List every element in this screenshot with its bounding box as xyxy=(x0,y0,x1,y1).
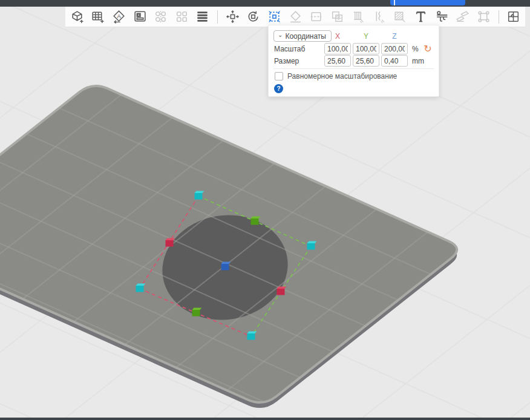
add-plate-icon xyxy=(90,9,105,24)
scale-x-input[interactable] xyxy=(324,43,351,54)
scale-button[interactable] xyxy=(266,8,283,25)
uniform-scaling-checkbox[interactable] xyxy=(275,72,283,80)
size-row: Размер mm xyxy=(269,55,439,67)
split-to-objects-icon xyxy=(153,9,168,24)
scale-row: Масштаб % ↺ xyxy=(269,43,439,54)
axis-header-x: X xyxy=(324,32,351,41)
variable-layer-height-icon xyxy=(195,9,210,24)
auto-orient-button[interactable]: A xyxy=(111,8,127,25)
mesh-boolean-icon xyxy=(330,9,345,24)
assembly-view-button xyxy=(454,8,471,25)
scale-unit-label: % xyxy=(412,45,419,53)
seam-painting-button xyxy=(371,8,387,25)
cut-button xyxy=(308,8,324,25)
help-icon[interactable]: ? xyxy=(274,84,283,93)
slice-button[interactable] xyxy=(390,0,465,5)
svg-text:A: A xyxy=(117,13,121,19)
color-painting-button xyxy=(392,8,408,25)
size-unit-label: mm xyxy=(412,57,424,65)
split-to-parts-icon xyxy=(174,9,189,24)
move-icon xyxy=(225,9,240,24)
split-to-objects-button xyxy=(152,8,169,25)
slice-button-divider xyxy=(394,0,395,5)
seam-painting-icon xyxy=(371,9,387,24)
top-titlebar xyxy=(0,0,530,7)
arrange-icon xyxy=(132,9,148,24)
reset-scale-button[interactable]: ↺ xyxy=(422,43,434,54)
main-toolbar: A xyxy=(65,7,525,27)
support-painting-icon xyxy=(350,9,365,24)
add-plate-button[interactable] xyxy=(90,8,106,25)
toolbar-separator xyxy=(499,10,499,24)
arrange-button[interactable] xyxy=(132,8,148,25)
text-icon xyxy=(413,9,428,24)
place-on-face-button xyxy=(287,8,304,25)
measure-icon xyxy=(434,9,450,24)
variable-layer-height-button[interactable] xyxy=(194,8,211,25)
bottom-statusbar xyxy=(0,418,530,420)
add-object-icon xyxy=(70,9,85,24)
chevron-down-icon: ⌄ xyxy=(278,32,283,38)
move-button[interactable] xyxy=(224,8,241,25)
measure-button[interactable] xyxy=(434,8,450,25)
place-on-face-icon xyxy=(288,9,303,24)
size-y-input[interactable] xyxy=(353,55,379,67)
support-painting-button xyxy=(350,8,367,25)
assembly-view-icon xyxy=(455,9,470,24)
panel-divider xyxy=(273,68,434,69)
rotate-button[interactable] xyxy=(246,8,262,25)
rotate-icon xyxy=(246,9,261,24)
scale-y-input[interactable] xyxy=(353,43,379,54)
scale-icon xyxy=(267,9,282,24)
plugins-button[interactable] xyxy=(506,8,522,25)
coordinates-dropdown-label: Координаты xyxy=(285,32,326,41)
scale-row-label: Масштаб xyxy=(274,45,305,53)
size-row-label: Размер xyxy=(274,57,299,65)
auto-orient-icon: A xyxy=(111,9,126,24)
coordinates-dropdown[interactable]: ⌄ Координаты xyxy=(273,30,332,42)
select-frame-button xyxy=(476,8,492,25)
color-painting-icon xyxy=(392,9,407,24)
size-x-input[interactable] xyxy=(324,55,351,67)
add-object-button[interactable] xyxy=(69,8,85,25)
puzzle-icon xyxy=(506,9,521,24)
viewport-3d[interactable] xyxy=(0,0,530,420)
uniform-scaling-row: Равномерное масштабирование xyxy=(275,72,397,80)
scale-z-input[interactable] xyxy=(381,43,408,54)
toolbar-separator xyxy=(217,10,218,24)
cut-icon xyxy=(309,9,324,24)
select-frame-icon xyxy=(476,9,491,24)
text-button[interactable] xyxy=(413,8,429,25)
mesh-boolean-button xyxy=(329,8,345,25)
axis-header-y: Y xyxy=(353,32,379,41)
scale-panel: ⌄ Координаты X Y Z Масштаб % ↺ Размер mm… xyxy=(268,25,439,97)
split-to-parts-button xyxy=(174,8,190,25)
axis-header-z: Z xyxy=(381,32,408,41)
size-z-input[interactable] xyxy=(381,55,408,67)
uniform-scaling-label: Равномерное масштабирование xyxy=(287,72,397,80)
